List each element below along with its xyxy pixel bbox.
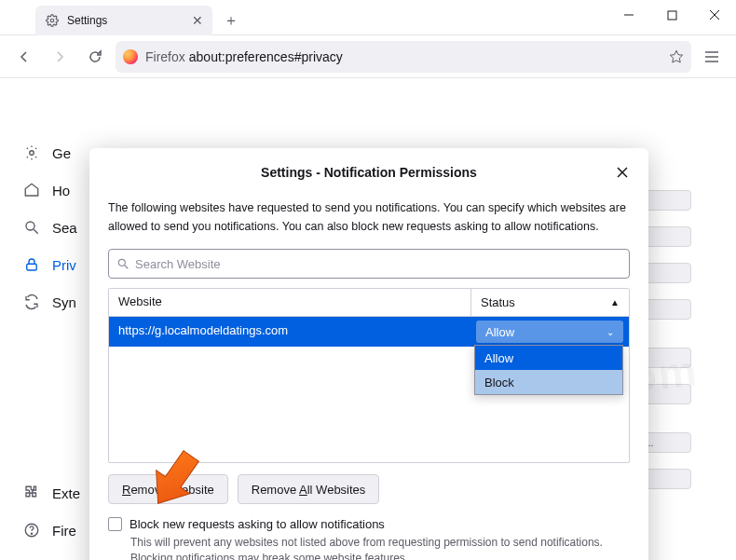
block-new-requests-checkbox[interactable]: Block new requests asking to allow notif…: [108, 517, 630, 531]
status-value: Allow: [485, 325, 514, 339]
tab-title: Settings: [67, 14, 107, 27]
dialog-description: The following websites have requested to…: [108, 198, 630, 236]
remove-website-button[interactable]: Remove Website: [108, 474, 228, 504]
browser-toolbar: Firefox about:preferences#privacy: [0, 35, 736, 78]
column-status[interactable]: Status ▲: [470, 289, 629, 316]
search-icon: [116, 257, 129, 270]
table-actions: Remove Website Remove All Websites: [108, 474, 630, 504]
svg-line-18: [125, 266, 129, 269]
search-website-input[interactable]: Search Website: [108, 249, 630, 279]
dropdown-option-block[interactable]: Block: [475, 370, 622, 394]
minimize-button[interactable]: [607, 0, 650, 30]
dropdown-option-allow[interactable]: Allow: [475, 346, 622, 370]
window-titlebar: Settings ✕ ＋: [0, 0, 736, 35]
svg-marker-5: [670, 50, 682, 62]
back-button[interactable]: [9, 42, 39, 72]
checkbox-icon: [108, 517, 122, 531]
sort-indicator-icon: ▲: [610, 297, 620, 307]
reload-button[interactable]: [80, 42, 110, 72]
websites-table: Website Status ▲ https://g.localmodeldat…: [108, 288, 630, 463]
menu-button[interactable]: [697, 42, 727, 72]
search-placeholder: Search Website: [135, 257, 221, 271]
forward-button[interactable]: [45, 42, 75, 72]
svg-point-17: [118, 259, 125, 266]
dialog-title: Settings - Notification Permissions: [108, 165, 630, 180]
settings-icon: [45, 13, 60, 28]
table-header: Website Status ▲: [109, 289, 629, 317]
window-close-button[interactable]: [693, 0, 736, 30]
window-controls: [607, 0, 736, 30]
firefox-icon: [123, 49, 138, 64]
maximize-button[interactable]: [650, 0, 693, 30]
svg-point-0: [50, 19, 54, 22]
chevron-down-icon: ⌄: [607, 327, 614, 337]
column-website[interactable]: Website: [109, 289, 470, 316]
checkbox-label: Block new requests asking to allow notif…: [129, 517, 385, 531]
block-new-hint: This will prevent any websites not liste…: [130, 535, 630, 560]
browser-tab[interactable]: Settings ✕: [35, 6, 212, 35]
url-text: about:preferences#privacy: [189, 49, 343, 64]
svg-rect-2: [668, 11, 676, 20]
table-row[interactable]: https://g.localmodeldatings.com Allow ⌄: [109, 317, 629, 347]
remove-all-websites-button[interactable]: Remove All Websites: [238, 474, 380, 504]
bookmark-icon[interactable]: [669, 49, 684, 64]
status-dropdown[interactable]: Allow ⌄: [476, 321, 623, 343]
dialog-close-button[interactable]: [611, 161, 634, 184]
tab-close-icon[interactable]: ✕: [192, 13, 203, 28]
status-dropdown-list: Allow Block: [474, 345, 623, 395]
content-area: Ge Ho Sea Priv Syn Exte Fire ... ..: [0, 78, 736, 560]
url-bar[interactable]: Firefox about:preferences#privacy: [116, 41, 691, 73]
url-scope-label: Firefox: [145, 49, 185, 64]
row-website-url: https://g.localmodeldatings.com: [109, 317, 470, 347]
new-tab-button[interactable]: ＋: [218, 7, 244, 34]
notification-permissions-dialog: Settings - Notification Permissions The …: [89, 148, 648, 560]
